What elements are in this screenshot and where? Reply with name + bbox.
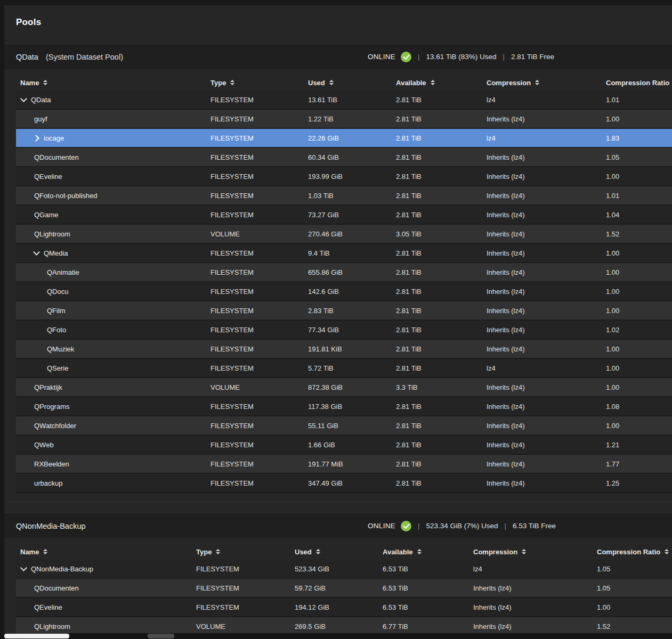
pool-name-suffix: (System Dataset Pool) — [46, 53, 123, 61]
dataset-row-qmedia[interactable]: QMediaFILESYSTEM9.4 TiB2.81 TiBInherits … — [16, 244, 672, 263]
cell-used: 655.86 GiB — [304, 268, 392, 276]
sort-icon — [216, 549, 220, 554]
cell-compression: Inherits (lz4) — [482, 460, 602, 468]
cell-used: 523.34 GiB — [290, 565, 378, 573]
column-header-compression[interactable]: Compression — [482, 79, 602, 87]
column-header-type[interactable]: Type — [192, 548, 290, 556]
cell-name: QPraktijk — [16, 383, 206, 391]
cell-available: 2.81 TiB — [392, 364, 482, 372]
cell-used: 1.66 GiB — [304, 441, 392, 449]
chevron-right-icon[interactable] — [34, 135, 39, 141]
dataset-row-qfoto[interactable]: QFotoFILESYSTEM77.34 GiB2.81 TiBInherits… — [16, 321, 672, 340]
column-header-used[interactable]: Used — [304, 79, 392, 87]
section-spacer — [4, 502, 672, 513]
pools-card: Pools QData (System Dataset Pool) ONLINE… — [4, 5, 672, 639]
dataset-row-iocage[interactable]: iocageFILESYSTEM22.26 GiB2.81 TiBlz41.83 — [16, 129, 672, 148]
cell-compression: Inherits (lz4) — [482, 288, 602, 296]
cell-used: 73.27 GiB — [304, 211, 392, 219]
pool-used-info: 523.34 GiB (7%) Used — [426, 522, 498, 530]
cell-type: FILESYSTEM — [206, 441, 304, 449]
cell-compression: Inherits (lz4) — [482, 326, 602, 334]
dataset-name-label: QLightroom — [34, 230, 70, 238]
dataset-row-qnonmedia-backup[interactable]: QNonMedia-BackupFILESYSTEM523.34 GiB6.53… — [16, 560, 672, 579]
chevron-down-icon[interactable] — [21, 566, 27, 571]
dataset-row-qwatchfolder[interactable]: QWatchfolderFILESYSTEM55.11 GiB2.81 TiBI… — [16, 416, 672, 436]
dataset-row-qeveline[interactable]: QEvelineFILESYSTEM193.99 GiB2.81 TiBInhe… — [16, 167, 672, 186]
column-header-compression-ratio[interactable]: Compression Ratio — [602, 79, 672, 87]
cell-name: RXBeelden — [16, 460, 206, 468]
page: Pools QData (System Dataset Pool) ONLINE… — [0, 0, 672, 639]
cell-name: QFoto — [16, 326, 206, 334]
cell-used: 22.26 GiB — [304, 134, 392, 142]
column-header-compression[interactable]: Compression — [469, 548, 593, 556]
cell-name: QEveline — [16, 173, 206, 181]
cell-available: 2.81 TiB — [392, 307, 482, 315]
cell-type: FILESYSTEM — [206, 153, 304, 161]
cell-ratio: 1.00 — [602, 422, 672, 430]
dataset-row-qeveline[interactable]: QEvelineFILESYSTEM194.12 GiB6.53 TiBInhe… — [16, 598, 672, 617]
page-title: Pools — [4, 5, 672, 44]
pool-section-qnonmedia-backup: QNonMedia-Backup ONLINE | 523.34 GiB (7%… — [4, 513, 672, 636]
column-header-label: Used — [308, 79, 325, 87]
cell-type: FILESYSTEM — [206, 134, 304, 142]
cell-type: FILESYSTEM — [206, 307, 304, 315]
cell-type: FILESYSTEM — [206, 326, 304, 334]
column-header-label: Compression — [487, 79, 531, 87]
sort-icon — [43, 549, 47, 554]
column-header-type[interactable]: Type — [206, 79, 304, 87]
horizontal-scrollbar[interactable] — [0, 633, 672, 639]
cell-available: 2.81 TiB — [392, 345, 482, 353]
dataset-row-qdata[interactable]: QDataFILESYSTEM13.61 TiB2.81 TiBlz41.01 — [16, 91, 672, 110]
cell-compression: Inherits (lz4) — [482, 403, 602, 411]
cell-name: QDocumenten — [16, 584, 192, 592]
dataset-row-qdocumenten[interactable]: QDocumentenFILESYSTEM60.34 GiB2.81 TiBIn… — [16, 148, 672, 167]
cell-used: 194.12 GiB — [290, 603, 378, 611]
column-header-used[interactable]: Used — [290, 548, 378, 556]
column-header-label: Compression — [473, 548, 517, 556]
cell-ratio: 1.25 — [602, 479, 672, 487]
dataset-row-qweb[interactable]: QWebFILESYSTEM1.66 GiB2.81 TiBInherits (… — [16, 436, 672, 455]
cell-used: 60.34 GiB — [304, 153, 392, 161]
chevron-down-icon[interactable] — [21, 97, 27, 102]
dataset-row-qlightroom[interactable]: QLightroomVOLUME270.46 GiB3.05 TiBInheri… — [16, 225, 672, 244]
dataset-name-label: QDocumenten — [34, 153, 79, 161]
dataset-row-rxbeelden[interactable]: RXBeeldenFILESYSTEM191.77 MiB2.81 TiBInh… — [16, 455, 672, 474]
column-header-available[interactable]: Available — [378, 548, 469, 556]
dataset-row-qgame[interactable]: QGameFILESYSTEM73.27 GiB2.81 TiBInherits… — [16, 206, 672, 225]
dataset-row-qdocumenten[interactable]: QDocumentenFILESYSTEM59.72 GiB6.53 TiBIn… — [16, 579, 672, 598]
cell-compression: Inherits (lz4) — [482, 115, 602, 123]
column-header-compression-ratio[interactable]: Compression Ratio — [593, 548, 672, 556]
column-header-available[interactable]: Available — [392, 79, 482, 87]
cell-used: 13.61 TiB — [304, 96, 392, 104]
cell-used: 117.38 GiB — [304, 403, 392, 411]
scrollbar-thumb-secondary[interactable] — [148, 634, 174, 638]
column-header-name[interactable]: Name — [16, 548, 192, 556]
column-header-label: Compression Ratio — [597, 548, 660, 556]
dataset-row-qpraktijk[interactable]: QPraktijkVOLUME872.38 GiB3.3 TiBInherits… — [16, 378, 672, 397]
dataset-row-qprograms[interactable]: QProgramsFILESYSTEM117.38 GiB2.81 TiBInh… — [16, 397, 672, 416]
cell-type: VOLUME — [192, 622, 290, 630]
cell-type: FILESYSTEM — [206, 96, 304, 104]
table-body: QNonMedia-BackupFILESYSTEM523.34 GiB6.53… — [16, 560, 672, 636]
cell-compression: Inherits (lz4) — [482, 153, 602, 161]
cell-name: QLightroom — [16, 230, 206, 238]
column-header-label: Type — [210, 79, 226, 87]
chevron-down-icon[interactable] — [34, 250, 39, 256]
dataset-row-qserie[interactable]: QSerieFILESYSTEM5.72 TiB2.81 TiBlz41.00 — [16, 359, 672, 378]
dataset-row-qfilm[interactable]: QFilmFILESYSTEM2.83 TiB2.81 TiBInherits … — [16, 301, 672, 321]
cell-ratio: 1.05 — [593, 584, 672, 592]
cell-ratio: 1.77 — [602, 460, 672, 468]
dataset-row-guyf[interactable]: guyfFILESYSTEM1.22 TiB2.81 TiBInherits (… — [16, 110, 672, 129]
dataset-row-qfoto-not-published[interactable]: QFoto-not-publishedFILESYSTEM1.03 TiB2.8… — [16, 186, 672, 206]
scrollbar-thumb[interactable] — [4, 634, 69, 638]
cell-name: QWeb — [16, 441, 206, 449]
dataset-row-qmuziek[interactable]: QMuziekFILESYSTEM191.81 KiB2.81 TiBInher… — [16, 340, 672, 359]
dataset-row-urbackup[interactable]: urbackupFILESYSTEM347.49 GiB2.81 TiBInhe… — [16, 474, 672, 493]
cell-name: QPrograms — [16, 403, 206, 411]
dataset-name-label: QMedia — [44, 249, 68, 257]
dataset-row-qdocu[interactable]: QDocuFILESYSTEM142.6 GiB2.81 TiBInherits… — [16, 282, 672, 301]
cell-type: FILESYSTEM — [206, 211, 304, 219]
dataset-row-qanimatie[interactable]: QAnimatieFILESYSTEM655.86 GiB2.81 TiBInh… — [16, 263, 672, 282]
column-header-name[interactable]: Name — [16, 79, 206, 87]
cell-type: FILESYSTEM — [206, 345, 304, 353]
